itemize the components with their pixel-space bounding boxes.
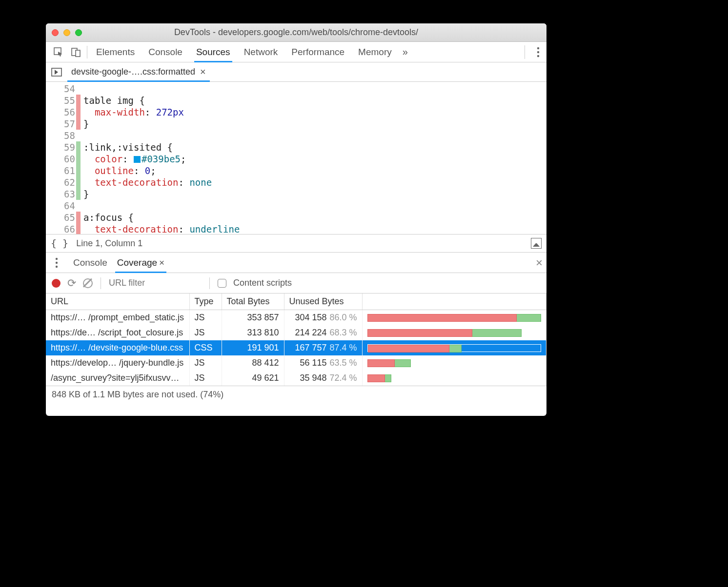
main-tabs: ElementsConsoleSourcesNetworkPerformance… [96, 42, 392, 62]
tab-console[interactable]: Console [148, 42, 182, 62]
coverage-gutter [76, 82, 81, 234]
col-total-header[interactable]: Total Bytes [222, 294, 284, 310]
separator [87, 46, 87, 59]
minimize-window-button[interactable] [63, 29, 70, 36]
table-header-row: URL Type Total Bytes Unused Bytes [46, 294, 546, 310]
svg-point-3 [537, 47, 539, 49]
table-row[interactable]: https://de… /script_foot_closure.jsJS313… [46, 325, 546, 340]
separator [209, 277, 210, 289]
drawer-tab-strip: ConsoleCoverage × × [46, 253, 546, 273]
record-button[interactable] [52, 279, 61, 288]
zoom-window-button[interactable] [75, 29, 82, 36]
main-tab-strip: ElementsConsoleSourcesNetworkPerformance… [46, 42, 546, 62]
table-row[interactable]: https://… /prompt_embed_static.jsJS353 8… [46, 310, 546, 326]
content-scripts-label: Content scripts [233, 278, 292, 288]
svg-point-7 [56, 257, 58, 259]
settings-kebab-icon[interactable] [525, 45, 540, 59]
titlebar: DevTools - developers.google.com/web/too… [46, 23, 546, 42]
separator [101, 277, 101, 289]
table-row[interactable]: https://develop… /jquery-bundle.jsJS88 4… [46, 355, 546, 371]
svg-point-4 [537, 51, 539, 53]
pretty-print-icon[interactable]: { } [51, 237, 68, 249]
col-url-header[interactable]: URL [46, 294, 189, 310]
col-bar-header[interactable] [362, 294, 546, 310]
show-navigator-icon[interactable] [49, 64, 64, 80]
source-editor[interactable]: 545556575859606162636465666768 table img… [46, 82, 546, 234]
toggle-device-toolbar-icon[interactable] [67, 43, 85, 61]
drawer-tab-console[interactable]: Console [73, 253, 107, 273]
more-tabs-chevron-icon[interactable]: » [403, 46, 408, 58]
inspect-element-icon[interactable] [50, 43, 67, 61]
devtools-window: DevTools - developers.google.com/web/too… [46, 23, 546, 416]
coverage-table: URL Type Total Bytes Unused Bytes https:… [46, 294, 546, 386]
close-drawer-icon[interactable]: × [536, 256, 543, 270]
svg-point-8 [56, 261, 58, 263]
file-tab-label: devsite-google-….css:formatted [71, 67, 195, 77]
file-tab[interactable]: devsite-google-….css:formatted × [67, 62, 210, 81]
clear-icon[interactable] [83, 278, 93, 288]
coverage-toolbar: ⟳ Content scripts [46, 273, 546, 294]
window-title: DevTools - developers.google.com/web/too… [174, 27, 418, 38]
drawer-kebab-icon[interactable] [50, 254, 63, 272]
tab-sources[interactable]: Sources [196, 42, 230, 62]
tab-memory[interactable]: Memory [358, 42, 392, 62]
tab-elements[interactable]: Elements [96, 42, 135, 62]
drawer-tab-coverage[interactable]: Coverage × [117, 253, 165, 273]
close-window-button[interactable] [52, 29, 59, 36]
close-file-tab-icon[interactable]: × [200, 66, 206, 78]
col-type-header[interactable]: Type [189, 294, 222, 310]
file-tab-strip: devsite-google-….css:formatted × [46, 62, 546, 82]
svg-point-5 [537, 55, 539, 57]
coverage-summary: 848 KB of 1.1 MB bytes are not used. (74… [52, 390, 223, 400]
tab-performance[interactable]: Performance [291, 42, 344, 62]
table-row[interactable]: https://… /devsite-google-blue.cssCSS191… [46, 340, 546, 355]
traffic-lights [52, 29, 82, 36]
drawer-tabs: ConsoleCoverage × [73, 253, 164, 273]
reload-icon[interactable]: ⟳ [67, 277, 76, 290]
content-scripts-checkbox[interactable] [218, 279, 226, 288]
close-coverage-tab-icon[interactable]: × [159, 257, 164, 268]
cursor-position: Line 1, Column 1 [76, 238, 142, 249]
svg-rect-2 [76, 50, 80, 57]
url-filter-input[interactable] [109, 278, 202, 288]
col-unused-header[interactable]: Unused Bytes [284, 294, 362, 310]
svg-point-9 [56, 265, 58, 267]
editor-status-bar: { } Line 1, Column 1 [46, 234, 546, 253]
tab-network[interactable]: Network [244, 42, 278, 62]
line-gutter: 545556575859606162636465666768 [46, 82, 76, 234]
code-body[interactable]: table img { max-width: 272px} :link,:vis… [81, 82, 240, 234]
coverage-footer: 848 KB of 1.1 MB bytes are not used. (74… [46, 386, 546, 403]
table-row[interactable]: /async_survey?site=ylj5ifxusvvmr4pJS49 6… [46, 371, 546, 386]
expand-editor-icon[interactable] [531, 238, 542, 249]
